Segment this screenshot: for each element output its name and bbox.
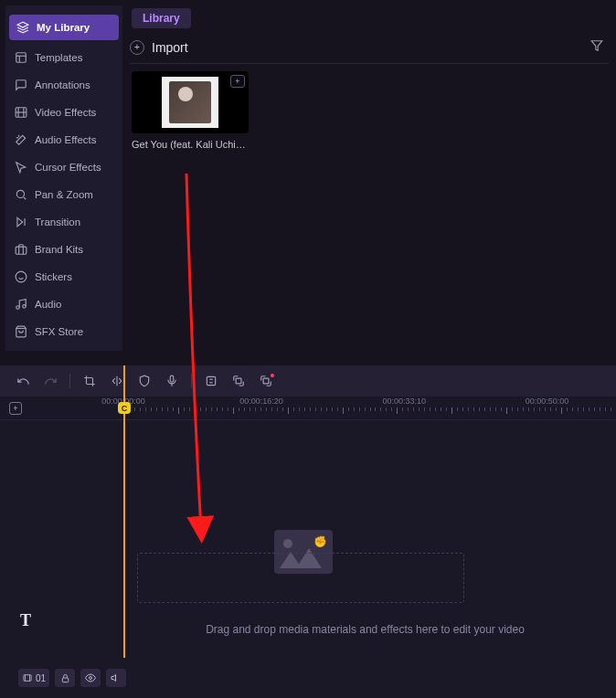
layers-icon bbox=[16, 21, 29, 34]
add-track-button[interactable]: + bbox=[9, 402, 22, 415]
tracks-area[interactable]: T ✊ Drag and drop media materials and ef… bbox=[0, 420, 616, 658]
sidebar-item-label: Cursor Effects bbox=[35, 162, 101, 173]
track-count-button[interactable]: 01 bbox=[18, 669, 49, 687]
sidebar-item-pan-zoom[interactable]: Pan & Zoom bbox=[5, 181, 122, 208]
time-ruler[interactable]: 00:00:00:00 00:00:16:20 00:00:33:10 00:0… bbox=[123, 397, 616, 420]
sidebar-item-my-library[interactable]: My Library bbox=[9, 15, 119, 40]
track-count-label: 01 bbox=[36, 673, 46, 683]
sidebar-item-stickers[interactable]: Stickers bbox=[5, 263, 122, 291]
dropzone[interactable] bbox=[137, 553, 464, 603]
svg-point-15 bbox=[16, 306, 20, 310]
svg-point-8 bbox=[16, 190, 24, 197]
ruler-label: 00:00:16:20 bbox=[239, 397, 283, 406]
sidebar-item-brand-kits[interactable]: Brand Kits bbox=[5, 236, 122, 263]
library-panel: Library + Import + Get You (feat. Kali U… bbox=[122, 0, 616, 356]
import-label: Import bbox=[152, 40, 188, 55]
svg-rect-25 bbox=[236, 378, 241, 384]
svg-point-31 bbox=[90, 677, 92, 680]
music-icon bbox=[15, 298, 27, 311]
svg-marker-0 bbox=[17, 22, 28, 27]
sidebar: My Library Templates Annotations Video E… bbox=[5, 5, 122, 351]
svg-marker-9 bbox=[17, 217, 23, 226]
sidebar-item-video-effects[interactable]: Video Effects bbox=[5, 99, 122, 126]
group-alert-button[interactable] bbox=[254, 369, 278, 393]
sidebar-item-audio-effects[interactable]: Audio Effects bbox=[5, 126, 122, 153]
svg-rect-26 bbox=[263, 378, 269, 384]
sidebar-item-transition[interactable]: Transition bbox=[5, 208, 122, 236]
playhead-knob[interactable]: C bbox=[118, 402, 131, 414]
media-thumbnail[interactable]: + bbox=[132, 71, 249, 133]
crop-button[interactable] bbox=[78, 369, 101, 393]
svg-rect-1 bbox=[16, 53, 27, 63]
plus-circle-icon: + bbox=[130, 40, 144, 55]
tab-library[interactable]: Library bbox=[132, 8, 191, 28]
lock-button[interactable] bbox=[55, 669, 75, 687]
timeline-toolbar bbox=[0, 365, 616, 397]
shield-button[interactable] bbox=[133, 369, 156, 393]
transition-icon bbox=[15, 216, 27, 228]
ruler-label: 00:00:50:00 bbox=[526, 397, 569, 406]
alert-dot-icon bbox=[271, 374, 274, 377]
sidebar-item-label: Video Effects bbox=[35, 107, 96, 118]
ruler-label: 00:00:33:10 bbox=[382, 397, 426, 406]
wand-icon bbox=[15, 133, 27, 146]
text-track-button[interactable]: T bbox=[20, 611, 31, 630]
briefcase-icon bbox=[15, 243, 27, 256]
voiceover-button[interactable] bbox=[160, 369, 184, 393]
sidebar-item-cursor-effects[interactable]: Cursor Effects bbox=[5, 153, 122, 181]
grab-icon: ✊ bbox=[313, 535, 327, 548]
sidebar-item-annotations[interactable]: Annotations bbox=[5, 71, 122, 99]
svg-point-16 bbox=[23, 305, 27, 309]
sidebar-item-label: Pan & Zoom bbox=[35, 189, 93, 200]
marker-button[interactable] bbox=[199, 369, 223, 393]
visibility-button[interactable] bbox=[80, 669, 101, 687]
sidebar-item-sfx-store[interactable]: SFX Store bbox=[5, 318, 122, 345]
undo-button[interactable] bbox=[11, 369, 35, 393]
sidebar-item-label: Templates bbox=[35, 52, 82, 63]
timeline-area: + 00:00:00:00 00:00:16:20 00:00:33:10 00… bbox=[0, 365, 616, 698]
group-button[interactable] bbox=[227, 369, 250, 393]
svg-rect-22 bbox=[207, 376, 215, 385]
sidebar-item-label: Brand Kits bbox=[35, 244, 83, 255]
sidebar-item-audio[interactable]: Audio bbox=[5, 291, 122, 318]
layout-icon bbox=[15, 51, 27, 64]
svg-rect-20 bbox=[170, 375, 174, 382]
svg-marker-32 bbox=[112, 675, 116, 682]
sidebar-item-label: My Library bbox=[37, 22, 90, 33]
sidebar-item-label: Audio bbox=[35, 299, 61, 310]
sidebar-item-label: Stickers bbox=[35, 271, 72, 282]
redo-button[interactable] bbox=[38, 369, 62, 393]
dropzone-hint: Drag and drop media materials and effect… bbox=[123, 623, 607, 636]
smiley-icon bbox=[15, 270, 27, 283]
panzoom-icon bbox=[15, 188, 27, 201]
playhead[interactable]: C bbox=[123, 365, 125, 658]
timeline-bottom-bar: 01 bbox=[0, 658, 616, 698]
sidebar-item-templates[interactable]: Templates bbox=[5, 44, 122, 71]
shop-icon bbox=[15, 325, 27, 338]
import-button[interactable]: + Import bbox=[130, 40, 188, 55]
cursor-icon bbox=[15, 161, 27, 174]
svg-point-12 bbox=[16, 271, 27, 282]
media-name: Get You (feat. Kali Uchis).mp4 bbox=[132, 139, 249, 150]
sidebar-item-label: SFX Store bbox=[35, 326, 83, 337]
speech-icon bbox=[15, 79, 27, 91]
svg-marker-18 bbox=[591, 41, 602, 51]
add-to-timeline-icon[interactable]: + bbox=[230, 75, 245, 88]
mute-button[interactable] bbox=[106, 669, 126, 687]
svg-rect-30 bbox=[62, 678, 68, 682]
svg-rect-11 bbox=[16, 247, 27, 254]
split-button[interactable] bbox=[105, 369, 129, 393]
media-item[interactable]: + Get You (feat. Kali Uchis).mp4 bbox=[132, 71, 249, 150]
film-icon bbox=[15, 106, 27, 119]
sidebar-item-label: Annotations bbox=[35, 79, 90, 90]
sidebar-item-label: Audio Effects bbox=[35, 134, 97, 145]
sidebar-item-label: Transition bbox=[35, 217, 80, 227]
filter-icon[interactable] bbox=[590, 39, 609, 55]
